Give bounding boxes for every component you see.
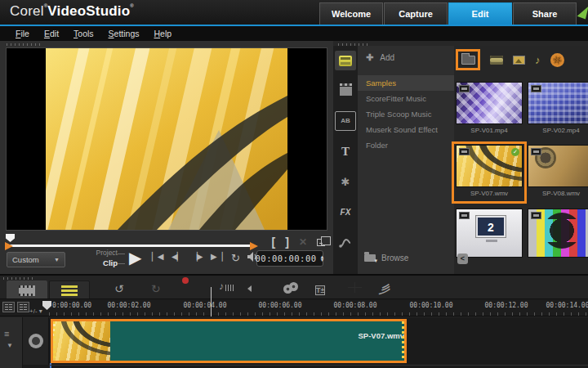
- spin-down-icon[interactable]: ▼: [320, 258, 325, 262]
- trim-end-handle[interactable]: [250, 242, 258, 250]
- motion-path-icon[interactable]: [335, 232, 356, 252]
- logo-corel: Corel: [10, 3, 44, 19]
- menu-file[interactable]: File: [8, 27, 37, 40]
- menu-tools[interactable]: Tools: [66, 27, 101, 40]
- tab-capture[interactable]: Capture: [384, 2, 448, 25]
- folder-filter-button[interactable]: [456, 49, 480, 70]
- add-remove-track-button[interactable]: +/- ▾: [29, 307, 42, 315]
- panel-grip[interactable]: [7, 43, 42, 46]
- ruler-label: 00:00:12.00: [485, 302, 528, 309]
- trim-buttons: [ ] ✕: [272, 236, 325, 249]
- track-view-button[interactable]: [17, 302, 29, 312]
- media-icon[interactable]: [335, 51, 356, 70]
- timeline-ruler[interactable]: 0:00:00.00 00:00:02.00 00:00:04.00 00:00…: [0, 298, 588, 316]
- ruler-label: 00:00:10.00: [410, 302, 453, 309]
- audio-filter-button[interactable]: ♪: [535, 54, 541, 66]
- home-button[interactable]: ▏◀: [152, 252, 163, 261]
- collapse-panel-button[interactable]: <: [457, 254, 468, 264]
- instant-project-icon[interactable]: [335, 81, 356, 101]
- video-filter-button[interactable]: [490, 56, 503, 65]
- menu-settings[interactable]: Settings: [101, 27, 147, 40]
- promo-arrow-icon: [577, 4, 588, 20]
- media-thumbnail[interactable]: [528, 209, 588, 258]
- preview-video-area: [6, 47, 327, 231]
- show-all-tracks-button[interactable]: [2, 302, 15, 312]
- track-dropdown-icon[interactable]: ▼: [7, 342, 13, 349]
- timecode-spinner[interactable]: ▲ ▼: [320, 255, 325, 262]
- scrubber-handle[interactable]: [6, 234, 15, 242]
- corel-videostudio-logo: Corel®VideoStudio®: [10, 3, 134, 20]
- ruler-label: 0:00:00.00: [52, 302, 91, 309]
- video-track-header[interactable]: [23, 317, 49, 365]
- clip-mode-label[interactable]: Clip: [103, 258, 118, 267]
- video-track-icon: [29, 334, 43, 348]
- transition-icon[interactable]: AB: [335, 111, 356, 131]
- add-folder-button[interactable]: ✚ Add: [366, 52, 394, 63]
- track-manager-icon[interactable]: ≡: [4, 329, 9, 339]
- golden-video-still: [46, 48, 287, 230]
- storyboard-view-button[interactable]: [7, 280, 47, 300]
- media-thumbnail[interactable]: SP-V01.mp4: [456, 82, 523, 134]
- library-item-scorefitter[interactable]: ScoreFitter Music: [358, 91, 454, 106]
- media-thumbnail[interactable]: SP-V02.mp4: [528, 82, 588, 134]
- thumbnail-filename: SP-V08.wmv: [528, 190, 588, 197]
- video-filter-icon: [490, 56, 503, 65]
- in-use-check-icon: ✓: [511, 148, 519, 156]
- ruler-label: 00:00:08.00: [334, 302, 377, 309]
- track-divider: [49, 365, 588, 366]
- ruler-label: 00:00:14.00: [546, 302, 588, 309]
- subtitle-editor-button[interactable]: T±: [315, 282, 325, 295]
- library-item-triplescoop[interactable]: Triple Scoop Music: [358, 106, 454, 122]
- graphic-icon[interactable]: ✱: [335, 172, 356, 191]
- preview-panel: [ ] ✕ Custom ▼ Project Clip ▶ ▏◀ ◀▏ ▕▶ ▶…: [0, 41, 333, 274]
- library-item-muserk[interactable]: Muserk Sound Effect: [358, 122, 454, 137]
- playhead-handle[interactable]: [42, 301, 51, 310]
- gallery-menu-button[interactable]: [550, 53, 564, 67]
- library-panel: AB T ✱ FX ✚ Add Samples ScoreFitter Musi…: [333, 41, 588, 274]
- trim-start-handle[interactable]: [5, 242, 13, 250]
- library-item-samples[interactable]: Samples: [358, 75, 454, 91]
- photo-filter-button[interactable]: [513, 56, 525, 65]
- video-clip-badge-icon: [531, 148, 541, 155]
- storyboard-icon: [19, 285, 35, 296]
- videostudio-window: Corel®VideoStudio® Welcome Capture Edit …: [0, 0, 588, 368]
- menu-help[interactable]: Help: [147, 27, 180, 40]
- motion-tracking-button[interactable]: 彡: [379, 282, 390, 297]
- panel-grip[interactable]: [3, 277, 36, 280]
- title-icon[interactable]: T: [335, 141, 356, 161]
- tab-edit[interactable]: Edit: [448, 2, 512, 25]
- video-clip-badge-icon: [531, 85, 541, 92]
- end-button[interactable]: ▶▕: [211, 252, 221, 261]
- menu-edit[interactable]: Edit: [37, 27, 66, 40]
- undo-button[interactable]: ↺: [114, 282, 124, 295]
- clip-trim-handle-left[interactable]: [53, 321, 56, 361]
- clip-trim-handle-right[interactable]: [402, 321, 404, 361]
- next-frame-button[interactable]: ▕▶: [191, 252, 202, 261]
- timecode-display[interactable]: 00:00:00:00 ▲ ▼: [256, 250, 323, 267]
- previous-frame-button[interactable]: ◀▏: [172, 252, 182, 261]
- library-navigation: ✚ Add Samples ScoreFitter Music Triple S…: [358, 46, 454, 274]
- library-item-folder[interactable]: Folder: [358, 137, 454, 153]
- browse-button[interactable]: Browse: [364, 254, 408, 263]
- redo-button[interactable]: ↻: [151, 282, 161, 295]
- project-mode-label[interactable]: Project: [96, 249, 118, 257]
- split-clip-icon[interactable]: [317, 239, 325, 246]
- timeline-view-button[interactable]: [49, 280, 90, 300]
- playback-quality-dropdown[interactable]: Custom ▼: [7, 252, 65, 267]
- track-header-column: ≡ ▼: [0, 317, 23, 368]
- menu-bar: File Edit Tools Settings Help: [0, 26, 588, 41]
- tab-welcome[interactable]: Welcome: [319, 2, 383, 25]
- timeline-clip-sp-v07[interactable]: SP-V07.wmv: [51, 319, 407, 363]
- tab-share[interactable]: Share: [513, 2, 577, 25]
- thumbnail-filename: SP-V01.mp4: [456, 127, 523, 134]
- mark-in-button[interactable]: [: [272, 236, 276, 249]
- clip-thumbnail: [53, 321, 110, 361]
- mark-out-button[interactable]: ]: [285, 236, 289, 249]
- media-thumbnail[interactable]: SP-V08.wmv: [528, 145, 588, 197]
- media-thumbnail[interactable]: 2: [456, 209, 523, 258]
- filter-fx-icon[interactable]: FX: [335, 202, 356, 222]
- repeat-icon[interactable]: ↻: [231, 252, 239, 264]
- play-button[interactable]: ▶: [129, 247, 141, 268]
- track-area: ≡ ▼ +/- ▾ SP-V07.wmv: [0, 317, 588, 368]
- media-filter-row: ♪: [456, 49, 564, 70]
